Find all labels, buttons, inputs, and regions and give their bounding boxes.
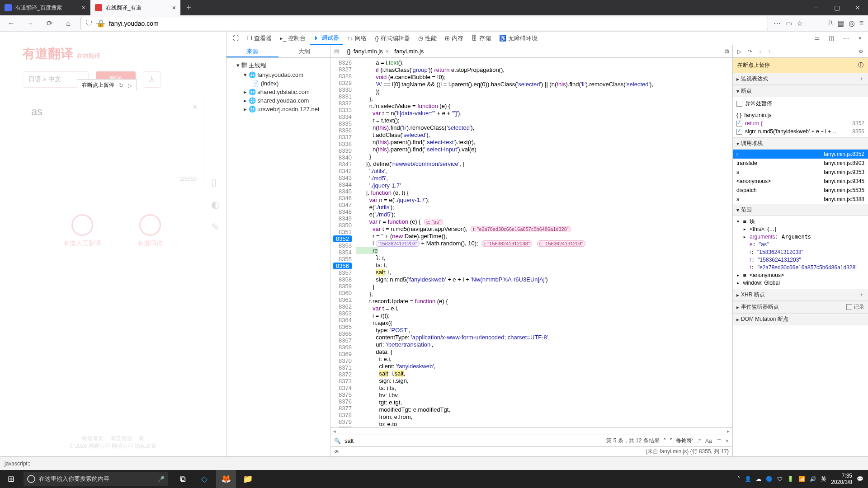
system-tray[interactable]: ˄ 👤 ☁ 🔵 🛡 🔋 📶 🔊 英 7:35 2020/3/8 💬 — [733, 473, 868, 485]
menu-icon[interactable]: ≡ — [859, 19, 863, 28]
wifi-icon[interactable]: 📶 — [798, 476, 805, 482]
defender-icon[interactable]: 🛡 — [777, 476, 783, 482]
inspector-icon[interactable]: ⛶ — [229, 33, 242, 43]
case-icon[interactable]: Aa — [705, 438, 712, 444]
ime-icon[interactable]: 英 — [821, 475, 826, 483]
step-over-icon[interactable]: ↷ — [748, 48, 752, 55]
maximize-button[interactable]: ▢ — [826, 0, 847, 15]
refresh-mini-icon[interactable]: ↻ — [119, 82, 123, 89]
watch-eye-icon[interactable]: 👁 — [334, 449, 340, 455]
info-icon[interactable]: ⓘ — [858, 61, 863, 69]
devtools-close-icon[interactable]: × — [854, 33, 865, 43]
home-button[interactable]: ⌂ — [61, 17, 75, 30]
breakpoint-item[interactable]: sign: n.md5('fanyideskweb' + e + i +…835… — [736, 127, 864, 136]
url-input[interactable] — [109, 20, 763, 27]
scope-vars[interactable]: ▾ ≡ 块 ▸ <this>: {…} ▸ arguments: Argumen… — [733, 216, 868, 289]
call-frame[interactable]: dispatchfanyi.min.js:5535 — [733, 186, 868, 195]
task-view-icon[interactable]: ⧉ — [173, 470, 193, 488]
minimize-button[interactable]: ─ — [806, 0, 826, 15]
step-into-icon[interactable]: ↓ — [759, 48, 761, 55]
new-tab-button[interactable]: + — [181, 0, 197, 15]
add-xhr-icon[interactable]: ＋ — [859, 291, 864, 299]
add-watch-icon[interactable]: ＋ — [859, 75, 864, 83]
scroll-left-icon[interactable]: ◂ — [333, 428, 336, 434]
battery-icon[interactable]: 🔋 — [787, 476, 794, 482]
play-mini-icon[interactable]: ▷ — [128, 82, 132, 89]
performance-tab[interactable]: ◷ 性能 — [415, 33, 440, 44]
scope-header[interactable]: ▾ 范围 — [733, 204, 868, 216]
step-out-icon[interactable]: ↑ — [768, 48, 770, 55]
taskbar-search[interactable]: 在这里输入你要搜索的内容 🎤 — [24, 472, 168, 486]
close-icon[interactable]: × — [172, 4, 176, 11]
headphone-sidebar-icon[interactable]: ◐ — [211, 199, 220, 211]
settings-icon[interactable]: ⚙ — [859, 48, 863, 55]
library-icon[interactable]: ⫴\ — [827, 19, 832, 28]
close-window-button[interactable]: ✕ — [847, 0, 868, 15]
next-match-icon[interactable]: ˅ — [670, 438, 672, 444]
vscode-icon[interactable]: ◇ — [194, 470, 214, 488]
console-tab[interactable]: ▸_ 控制台 — [276, 33, 309, 44]
search-input[interactable] — [344, 437, 480, 444]
responsive-icon[interactable]: ▭ — [811, 33, 823, 43]
callstack-header[interactable]: ▾ 调用堆栈 — [733, 137, 868, 150]
browser-tab-1[interactable]: 有道翻译_百度搜索 × — [0, 0, 90, 15]
mic-icon[interactable]: 🎤 — [157, 476, 165, 483]
folder-icon[interactable]: 📁 — [238, 470, 258, 488]
call-frame[interactable]: sfanyi.min.js:9353 — [733, 168, 868, 177]
start-button[interactable]: ⊞ — [0, 474, 22, 484]
pause-exceptions[interactable]: 异常处暂停 — [736, 99, 864, 108]
close-search-icon[interactable]: × — [726, 438, 729, 444]
notifications-icon[interactable]: 💬 — [857, 476, 863, 482]
popout-icon[interactable]: ⧉ — [725, 48, 729, 55]
call-frame[interactable]: <anonymous>fanyi.min.js:9345 — [733, 177, 868, 186]
forward-button[interactable]: → — [24, 17, 37, 30]
volume-icon[interactable]: 🔊 — [810, 476, 816, 482]
address-bar[interactable]: 🛡 🔒 — [80, 17, 768, 30]
file-list-icon[interactable]: ▤ — [334, 48, 340, 55]
devtools-menu-icon[interactable]: ⋯ — [840, 33, 853, 43]
call-frame[interactable]: translatefanyi.min.js:8903 — [733, 159, 868, 168]
network-tab[interactable]: ↑↓ 网络 — [344, 33, 370, 44]
call-frame[interactable]: sfanyi.min.js:5388 — [733, 195, 868, 204]
people-icon[interactable]: 👤 — [745, 476, 751, 482]
accessibility-tab[interactable]: ♿ 无障碍环境 — [495, 33, 541, 44]
reload-button[interactable]: ⟳ — [42, 17, 56, 30]
xhr-bp-header[interactable]: ▸ XHR 断点＋ — [733, 289, 868, 301]
edit-sidebar-icon[interactable]: ✎ — [211, 221, 220, 233]
breakpoint-item[interactable]: return {8352 — [736, 119, 864, 127]
resume-icon[interactable]: ▷ — [737, 48, 741, 55]
style-editor-tab[interactable]: {} 样式编辑器 — [371, 33, 414, 44]
debugger-tab[interactable]: ⏵ 调试器 — [310, 32, 343, 45]
tray-up-icon[interactable]: ˄ — [737, 476, 740, 482]
sources-tree[interactable]: ▾ ▦ 主线程 ▾ 🌐 fanyi.youdao.com 📄 (index) ▸… — [226, 58, 330, 116]
clock[interactable]: 7:35 2020/3/8 — [831, 473, 852, 485]
code-tab-active[interactable]: {} fanyi.min.js × — [347, 48, 389, 55]
storage-tab[interactable]: 🗄 存储 — [468, 33, 495, 44]
bookmark-icon[interactable]: ☆ — [797, 19, 803, 28]
phone-sidebar-icon[interactable]: ▯ — [211, 176, 220, 188]
line-gutter[interactable]: 8326 8327 8328 8329 8330 8331 8332 8333 … — [330, 58, 354, 427]
sidebar-icon[interactable]: ▤ — [837, 19, 844, 28]
call-frame[interactable]: rfanyi.min.js:8352 — [733, 150, 868, 159]
prev-match-icon[interactable]: ˄ — [663, 438, 666, 444]
sources-tab[interactable]: 来源 — [226, 45, 278, 57]
dom-bp-header[interactable]: ▸ DOM Mutation 断点 — [733, 313, 868, 325]
code-tab[interactable]: fanyi.min.js — [394, 48, 424, 55]
breakpoints-header[interactable]: ▾ 断点 — [733, 85, 868, 97]
scroll-right-icon[interactable]: ▸ — [727, 428, 730, 434]
outline-tab[interactable]: 大纲 — [278, 45, 330, 57]
memory-tab[interactable]: ⊞ 内存 — [441, 33, 467, 44]
inspector-tab[interactable]: ❐ 查看器 — [243, 33, 275, 44]
code-body[interactable]: a = i.text(); if (i.hasClass('group')) r… — [354, 58, 732, 427]
close-icon[interactable]: × — [82, 4, 85, 11]
firefox-icon[interactable]: 🦊 — [216, 470, 236, 488]
onedrive-icon[interactable]: ☁ — [756, 476, 761, 482]
whole-word-icon[interactable]: "̲" — [717, 438, 721, 444]
account-icon[interactable]: ◎ — [849, 19, 855, 28]
back-button[interactable]: ← — [5, 17, 18, 30]
more-icon[interactable]: ⋯ — [774, 19, 781, 28]
browser-tab-2[interactable]: 在线翻译_有道 × — [90, 0, 181, 15]
watch-header[interactable]: ▸ 监视表达式＋ — [733, 73, 868, 85]
event-bp-header[interactable]: ▸ 事件监听器断点 记录 — [733, 301, 868, 313]
tray-icon[interactable]: 🔵 — [766, 476, 773, 482]
